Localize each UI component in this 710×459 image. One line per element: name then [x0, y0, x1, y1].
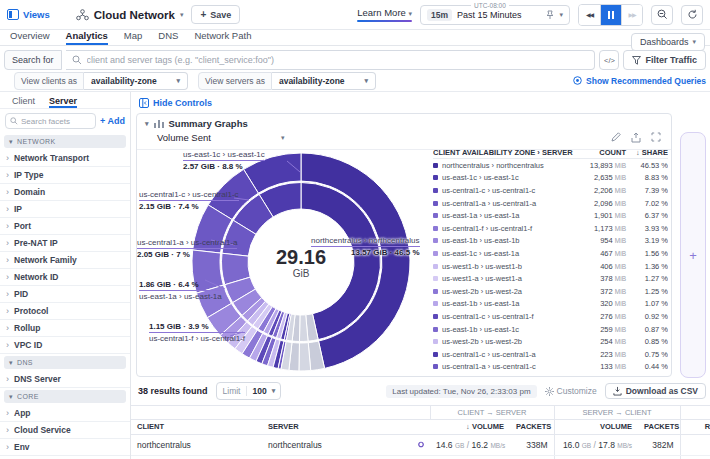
step-forward-button[interactable]: ▶▶: [621, 5, 642, 25]
legend-row[interactable]: us-east-1b › us-east-1a320 MiB1.07 %: [433, 298, 668, 311]
view-clients-as-select[interactable]: availability-zone▾: [84, 72, 188, 90]
sidebar-item-network-family[interactable]: ›Network Family: [0, 252, 130, 269]
show-recommended-queries-link[interactable]: Show Recommended Queries: [573, 76, 706, 86]
sidebar-item-cloud-service[interactable]: ›Cloud Service: [0, 422, 130, 439]
tab-dns[interactable]: DNS: [158, 30, 178, 45]
legend-share-header[interactable]: ↓ SHARE: [626, 148, 668, 157]
legend-pair-header[interactable]: CLIENT AVAILABILITY ZONE › SERVER AVAILA…: [433, 148, 574, 157]
legend-row[interactable]: us-east-1c › us-east-1a467 MiB1.56 %: [433, 247, 668, 260]
retransmits-column-header[interactable]: RETR: [680, 419, 710, 434]
legend-row[interactable]: us-west-2b › us-west-2a372 MiB1.25 %: [433, 285, 668, 298]
sidebar-item-pid[interactable]: ›PID: [0, 286, 130, 303]
sidebar-item-env[interactable]: ›Env: [0, 439, 130, 456]
sidebar-item-app[interactable]: ›App: [0, 405, 130, 422]
table-row[interactable]: us-east-1cus-east-1c2.76 GB / 3.07 MB/s2…: [131, 455, 710, 459]
zoom-out-button[interactable]: [651, 5, 673, 25]
sidebar-item-protocol[interactable]: ›Protocol: [0, 303, 130, 320]
legend-share: 3.19 %: [626, 236, 668, 245]
expand-button[interactable]: [651, 132, 661, 143]
refresh-button[interactable]: [681, 5, 703, 25]
legend-row[interactable]: us-central1-f › us-central1-f1,173 MiB3.…: [433, 222, 668, 235]
plus-icon: +: [689, 248, 697, 263]
table-row[interactable]: northcentralusnorthcentralus14.6 GB / 16…: [131, 434, 710, 455]
legend-row[interactable]: us-east-1b › us-east-1c259 MiB0.87 %: [433, 323, 668, 336]
sidebar-section-dns[interactable]: ▾DNS: [4, 356, 126, 369]
legend-row[interactable]: us-east-1c › us-east-1c2,635 MiB8.83 %: [433, 172, 668, 185]
view-title[interactable]: Cloud Network ▾: [76, 9, 184, 21]
learn-more-button[interactable]: Learn More ▾: [357, 7, 412, 22]
sidebar-tab-client[interactable]: Client: [12, 96, 35, 108]
collapse-section-icon[interactable]: ▾: [145, 120, 149, 128]
legend-row[interactable]: us-central1-c › us-central1-a223 MiB0.75…: [433, 348, 668, 361]
chevron-down-icon: ▾: [364, 77, 368, 85]
legend-row[interactable]: northcentralus › northcentralus13,893 Mi…: [433, 159, 668, 172]
pause-button[interactable]: [600, 5, 621, 25]
sidebar-item-domain[interactable]: ›Domain: [0, 184, 130, 201]
cs-packets-column-header[interactable]: PACKETS: [510, 419, 554, 434]
legend-row[interactable]: us-central1-a › us-central1-c133 MiB0.44…: [433, 361, 668, 374]
sidebar-item-ip[interactable]: ›IP: [0, 201, 130, 218]
cs-volume-column-header[interactable]: ↓ VOLUME: [430, 419, 510, 434]
sidebar-item-dns-server[interactable]: ›DNS Server: [0, 371, 130, 388]
sc-volume-column-header[interactable]: VOLUME: [554, 419, 638, 434]
edit-button[interactable]: [611, 132, 621, 143]
views-button[interactable]: Views: [7, 9, 50, 20]
legend-header: CLIENT AVAILABILITY ZONE › SERVER AVAILA…: [433, 146, 668, 159]
legend-row[interactable]: us-east-1a › us-east-1a1,901 MiB6.37 %: [433, 209, 668, 222]
limit-select[interactable]: Limit 100▾: [216, 382, 282, 400]
hide-controls-link[interactable]: Hide Controls: [139, 98, 212, 108]
facet-search-field[interactable]: [5, 113, 96, 129]
sidebar-item-ip-type[interactable]: ›IP Type: [0, 167, 130, 184]
chart-callout: us-central1-a › us-central1-a2.05 GiB · …: [137, 238, 237, 259]
dashboards-button[interactable]: Dashboards▾: [631, 33, 705, 51]
sidebar-item-network-id[interactable]: ›Network ID: [0, 269, 130, 286]
sc-packets-column-header[interactable]: PACKETS: [638, 419, 680, 434]
legend-row[interactable]: us-central1-c › us-central1-f276 MiB0.92…: [433, 310, 668, 323]
tab-network-path[interactable]: Network Path: [194, 30, 251, 45]
add-panel-button[interactable]: +: [680, 132, 706, 378]
chevron-right-icon: ›: [6, 170, 9, 180]
view-as-row: View clients as availability-zone▾ View …: [14, 73, 706, 91]
facet-search-input[interactable]: [21, 117, 79, 126]
legend-row[interactable]: us-central1-a › us-central1-a2,096 MiB7.…: [433, 197, 668, 210]
legend-count-header[interactable]: COUNT: [574, 148, 626, 157]
legend-share: 7.39 %: [626, 186, 668, 195]
sidebar-item-vpc-id[interactable]: ›VPC ID: [0, 337, 130, 354]
legend-count: 133 MiB: [574, 362, 626, 371]
legend-row[interactable]: us-west-2b › us-west-2b254 MiB0.85 %: [433, 335, 668, 348]
callout-rule: [183, 160, 265, 161]
legend-row[interactable]: us-west1-b › us-west1-b406 MiB1.36 %: [433, 260, 668, 273]
search-field[interactable]: [66, 50, 596, 70]
download-csv-button[interactable]: Download as CSV: [605, 383, 706, 399]
customize-button[interactable]: Customize: [545, 386, 597, 396]
legend-row[interactable]: us-east-1b › us-east-1b954 MiB3.19 %: [433, 235, 668, 248]
view-servers-as-select[interactable]: availability-zone▾: [272, 72, 376, 90]
legend-row[interactable]: us-central1-c › us-central1-c2,206 MiB7.…: [433, 184, 668, 197]
client-column-header[interactable]: CLIENT: [131, 419, 262, 434]
sidebar-item-port[interactable]: ›Port: [0, 218, 130, 235]
code-view-button[interactable]: </>: [599, 50, 619, 70]
filter-traffic-button[interactable]: Filter Traffic: [623, 50, 706, 70]
tab-overview[interactable]: Overview: [10, 30, 50, 45]
sidebar-tab-server[interactable]: Server: [49, 96, 77, 108]
sunburst-slice[interactable]: [299, 343, 311, 371]
sidebar-item-pre-nat-ip[interactable]: ›Pre-NAT IP: [0, 235, 130, 252]
export-button[interactable]: [631, 132, 641, 143]
add-facet-button[interactable]: + Add: [100, 116, 125, 126]
sidebar-item-rollup[interactable]: ›Rollup: [0, 320, 130, 337]
step-back-button[interactable]: ◀◀: [579, 5, 600, 25]
sidebar-section-network[interactable]: ▾NETWORK: [4, 135, 126, 148]
tab-analytics[interactable]: Analytics: [66, 30, 108, 45]
tab-map[interactable]: Map: [124, 30, 142, 45]
legend-row[interactable]: us-west1-a › us-west1-a378 MiB1.27 %: [433, 272, 668, 285]
sidebar-section-core[interactable]: ▾CORE: [4, 390, 126, 403]
time-range-control[interactable]: UTC-08:00 15m Past 15 Minutes ▾: [420, 5, 570, 25]
chevron-down-icon: ▾: [9, 393, 13, 401]
save-button[interactable]: +Save: [191, 5, 240, 24]
row-pie-chart-icon[interactable]: [418, 439, 424, 450]
legend-count: 2,635 MiB: [574, 173, 626, 182]
search-input[interactable]: [87, 55, 589, 65]
sidebar-item-network-transport[interactable]: ›Network Transport: [0, 150, 130, 167]
metric-select[interactable]: Volume Sent▾: [157, 132, 284, 143]
server-column-header[interactable]: SERVER: [262, 419, 412, 434]
